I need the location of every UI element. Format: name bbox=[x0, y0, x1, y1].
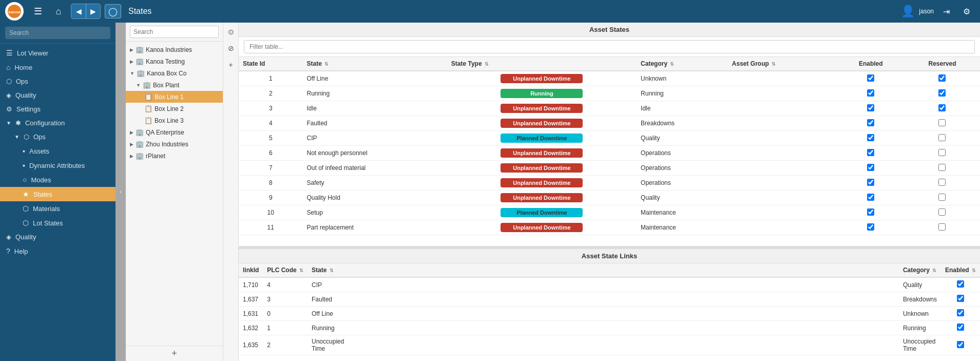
asset-state-links-row[interactable]: 1,631 0 Off Line Unknown bbox=[239, 307, 980, 321]
asset-states-row[interactable]: 10 Setup Planned Downtime Maintenance bbox=[239, 205, 980, 220]
reserved-checkbox[interactable] bbox=[938, 89, 946, 97]
sidebar-item-home[interactable]: ⌂ Home bbox=[0, 60, 116, 74]
materials-icon: ⬡ bbox=[23, 204, 29, 213]
asset-state-links-row[interactable]: 1,710 4 CIP Quality bbox=[239, 277, 980, 292]
asset-states-row[interactable]: 6 Not enough personnel Unplanned Downtim… bbox=[239, 146, 980, 161]
tree-item-kanoa-testing[interactable]: ▶ 🏢 Kanoa Testing bbox=[126, 55, 223, 67]
reserved-checkbox[interactable] bbox=[938, 223, 946, 231]
link-col-enabled[interactable]: Enabled ⇅ bbox=[941, 263, 980, 277]
sidebar-item-lot-viewer[interactable]: ☰ Lot Viewer bbox=[0, 46, 116, 60]
asset-states-row[interactable]: 7 Out of infeed material Unplanned Downt… bbox=[239, 161, 980, 176]
back-button[interactable]: ◀ bbox=[71, 4, 86, 18]
sidebar-item-modes[interactable]: ○ Modes bbox=[0, 173, 116, 187]
asset-states-row[interactable]: 1 Off Line Unplanned Downtime Unknown bbox=[239, 71, 980, 86]
cell-state: CIP bbox=[303, 131, 447, 146]
history-button[interactable]: ◯ bbox=[105, 4, 121, 18]
sidebar-item-ops[interactable]: ⬡ Ops bbox=[0, 74, 116, 88]
link-col-plc[interactable]: PLC Code ⇅ bbox=[263, 263, 308, 277]
asset-states-row[interactable]: 9 Quality Hold Unplanned Downtime Qualit… bbox=[239, 191, 980, 205]
home-button[interactable]: ⌂ bbox=[50, 3, 67, 20]
enabled-checkbox[interactable] bbox=[867, 104, 874, 111]
asset-state-links-row[interactable]: 1,632 1 Running Running bbox=[239, 321, 980, 335]
enabled-checkbox[interactable] bbox=[867, 179, 874, 186]
sidebar-item-help[interactable]: ? Help bbox=[0, 244, 116, 258]
icon-panel-add-btn[interactable]: + bbox=[225, 59, 237, 71]
reserved-checkbox[interactable] bbox=[938, 74, 946, 82]
link-col-id[interactable]: linkId bbox=[239, 263, 263, 277]
col-reserved[interactable]: Reserved bbox=[905, 57, 980, 71]
enabled-checkbox[interactable] bbox=[867, 194, 874, 201]
cell-enabled bbox=[837, 146, 905, 161]
tree-item-rplanet[interactable]: ▶ 🏢 rPlanet bbox=[126, 150, 223, 162]
settings-nav-button[interactable]: ⚙ bbox=[958, 3, 975, 20]
sidebar-item-lot-states[interactable]: ⬡ Lot States bbox=[0, 216, 116, 230]
reserved-checkbox[interactable] bbox=[938, 134, 946, 141]
asset-states-row[interactable]: 3 Idle Unplanned Downtime Idle bbox=[239, 101, 980, 116]
enabled-checkbox[interactable] bbox=[867, 119, 874, 126]
link-enabled-checkbox[interactable] bbox=[957, 280, 964, 288]
enabled-checkbox[interactable] bbox=[867, 89, 874, 97]
col-enabled[interactable]: Enabled bbox=[837, 57, 905, 71]
reserved-checkbox[interactable] bbox=[938, 164, 946, 171]
reserved-checkbox[interactable] bbox=[938, 179, 946, 186]
enabled-checkbox[interactable] bbox=[867, 149, 874, 156]
reserved-checkbox[interactable] bbox=[938, 208, 946, 216]
enabled-checkbox[interactable] bbox=[867, 134, 874, 141]
sidebar-item-states[interactable]: ★ States bbox=[0, 187, 116, 201]
forward-button[interactable]: ▶ bbox=[86, 4, 100, 18]
sidebar-item-materials[interactable]: ⬡ Materials bbox=[0, 201, 116, 216]
col-category[interactable]: Category ⇅ bbox=[637, 57, 728, 71]
link-enabled-checkbox[interactable] bbox=[957, 309, 964, 316]
asset-states-row[interactable]: 11 Part replacement Unplanned Downtime M… bbox=[239, 220, 980, 235]
enabled-checkbox[interactable] bbox=[867, 164, 874, 171]
icon-panel-minus-btn[interactable]: ⊘ bbox=[225, 42, 237, 54]
sidebar-item-assets[interactable]: ▪ Assets bbox=[0, 144, 116, 158]
tree-search-input[interactable] bbox=[130, 26, 219, 38]
link-enabled-checkbox[interactable] bbox=[957, 341, 964, 348]
tree-item-qa-enterprise[interactable]: ▶ 🏢 QA Enterprise bbox=[126, 126, 223, 138]
link-enabled-checkbox[interactable] bbox=[957, 295, 964, 302]
tree-add-button[interactable]: + bbox=[126, 346, 223, 361]
reserved-checkbox[interactable] bbox=[938, 119, 946, 126]
sidebar-item-settings[interactable]: ⚙ Settings bbox=[0, 102, 116, 116]
tree-item-kanoa-industries[interactable]: ▶ 🏢 Kanoa Industries bbox=[126, 44, 223, 55]
col-state-id[interactable]: State Id bbox=[239, 57, 303, 71]
sidebar-collapse-handle[interactable]: ‹ bbox=[116, 23, 126, 361]
sidebar-item-ops-sub[interactable]: ▼ ⬡ Ops bbox=[0, 130, 116, 144]
link-col-category[interactable]: Category ⇅ bbox=[899, 263, 941, 277]
tree-item-box-line-2[interactable]: 📋 Box Line 2 bbox=[126, 103, 223, 115]
asset-states-row[interactable]: 4 Faulted Unplanned Downtime Breakdowns bbox=[239, 116, 980, 131]
asset-states-row[interactable]: 8 Safety Unplanned Downtime Operations bbox=[239, 176, 980, 191]
tree-item-box-line-3[interactable]: 📋 Box Line 3 bbox=[126, 115, 223, 126]
link-col-state[interactable]: State ⇅ bbox=[308, 263, 348, 277]
enabled-checkbox[interactable] bbox=[867, 74, 874, 82]
sidebar-item-configuration[interactable]: ▼ ✱ Configuration bbox=[0, 116, 116, 130]
asset-states-filter[interactable] bbox=[244, 40, 975, 53]
icon-panel-clock-btn[interactable]: ⊙ bbox=[225, 26, 237, 38]
reserved-checkbox[interactable] bbox=[938, 194, 946, 201]
sidebar-item-quality-main[interactable]: ◈ Quality bbox=[0, 230, 116, 244]
col-asset-group[interactable]: Asset Group ⇅ bbox=[728, 57, 837, 71]
asset-states-row[interactable]: 2 Running Running Running bbox=[239, 86, 980, 101]
sidebar-item-dynamic-attributes[interactable]: ▪ Dynamic Attributes bbox=[0, 158, 116, 173]
page-title: States bbox=[128, 7, 151, 16]
sidebar-item-quality[interactable]: ◈ Quality bbox=[0, 88, 116, 102]
tree-item-kanoa-box-co[interactable]: ▼ 🏢 Kanoa Box Co bbox=[126, 67, 223, 79]
reserved-checkbox[interactable] bbox=[938, 149, 946, 156]
reserved-checkbox[interactable] bbox=[938, 104, 946, 111]
tree-item-box-plant[interactable]: ▼ 🏢 Box Plant bbox=[126, 79, 223, 91]
tree-item-box-line-1[interactable]: 📋 Box Line 1 bbox=[126, 91, 223, 103]
asset-states-row[interactable]: 5 CIP Planned Downtime Quality bbox=[239, 131, 980, 146]
enabled-checkbox[interactable] bbox=[867, 223, 874, 231]
col-state-type[interactable]: State Type ⇅ bbox=[447, 57, 637, 71]
login-button[interactable]: ⇥ bbox=[938, 3, 954, 20]
bp-label: Box Plant bbox=[153, 82, 179, 89]
asset-state-links-row[interactable]: 1,635 2 Unoccupied Time Unoccupied Time bbox=[239, 335, 980, 355]
tree-item-zhou-industries[interactable]: ▶ 🏢 Zhou Industries bbox=[126, 138, 223, 150]
sidebar-search-input[interactable] bbox=[5, 27, 110, 39]
asset-state-links-row[interactable]: 1,637 3 Faulted Breakdowns bbox=[239, 292, 980, 307]
col-state[interactable]: State ⇅ bbox=[303, 57, 447, 71]
hamburger-menu-button[interactable]: ☰ bbox=[30, 3, 46, 20]
enabled-checkbox[interactable] bbox=[867, 208, 874, 216]
link-enabled-checkbox[interactable] bbox=[957, 324, 964, 331]
